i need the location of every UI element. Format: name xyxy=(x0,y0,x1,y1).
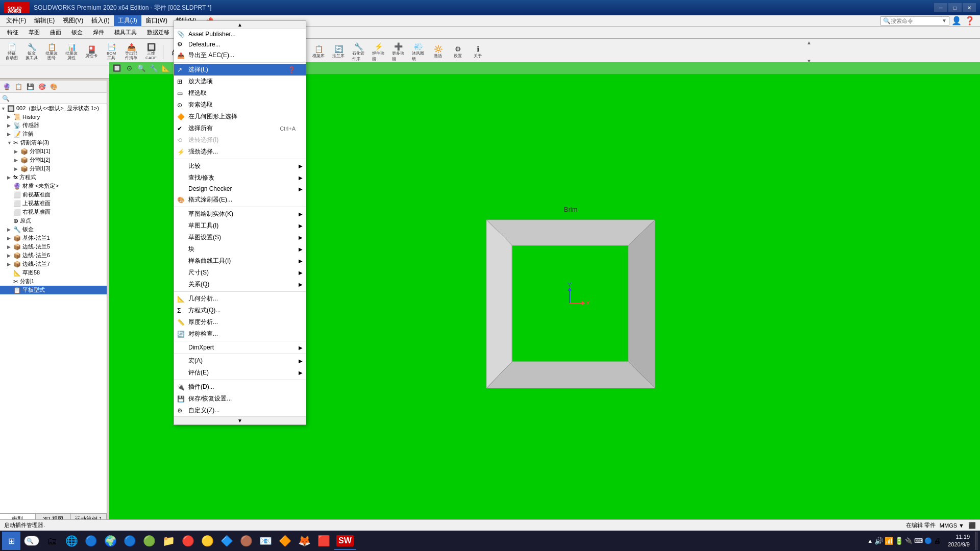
ctx-item-dimxpert[interactable]: DimXpert ▶ xyxy=(174,342,306,353)
taskbar-file-explorer[interactable]: 🗂 xyxy=(43,532,61,550)
tree-item-equation[interactable]: ▶ fx 方程式 xyxy=(0,173,107,182)
icon-3d-view[interactable]: 🔮 xyxy=(1,82,12,92)
taskbar-app3[interactable]: 🔴 xyxy=(179,532,197,550)
icon-save[interactable]: 💾 xyxy=(24,82,36,92)
taskbar-app4[interactable]: 🟡 xyxy=(198,532,216,550)
plugin-btn-7[interactable]: 📤 导出部件清单 xyxy=(121,44,141,60)
maximize-button[interactable]: □ xyxy=(948,3,962,12)
weld-btn[interactable]: ⚡ 焊件功能 xyxy=(369,44,388,60)
ctx-item-format-painter[interactable]: 🎨 格式涂刷器(E)... xyxy=(174,194,306,206)
search-dropdown-icon[interactable]: ▼ xyxy=(942,18,947,23)
about-btn[interactable]: ℹ 关于 xyxy=(468,44,487,60)
user-icon[interactable]: 👤 xyxy=(951,16,962,26)
ctx-item-relation[interactable]: 关系(Q) ▶ xyxy=(174,279,306,290)
wind-tools-btn[interactable]: 💨 沐风图纸 xyxy=(408,44,428,60)
taskbar-app2[interactable]: 🟢 xyxy=(140,532,158,550)
tray-icon-5[interactable]: ⌨ xyxy=(914,537,923,544)
tab-mold[interactable]: 模具工具 xyxy=(109,28,142,37)
more-btn[interactable]: ➕ 更多功能 xyxy=(388,44,408,60)
taskbar-ie[interactable]: 🌍 xyxy=(101,532,119,550)
minimize-button[interactable]: ─ xyxy=(934,3,947,12)
tab-surface[interactable]: 曲面 xyxy=(45,28,66,37)
ctx-item-find-modify[interactable]: 查找/修改 ▶ xyxy=(174,172,306,184)
ctx-item-geom-analysis[interactable]: 📐 几何分析... xyxy=(174,293,306,305)
ctx-item-select[interactable]: ↗ 选择(L) ❓ xyxy=(174,64,306,76)
ctx-item-sketch-entity[interactable]: 草图绘制实体(K) ▶ xyxy=(174,208,306,220)
tray-icon-2[interactable]: 📶 xyxy=(885,537,893,545)
tab-weld[interactable]: 焊件 xyxy=(88,28,109,37)
taskbar-app10[interactable]: 🟥 xyxy=(314,532,333,550)
tree-item-base-flange1[interactable]: ▶ 📦 基体-法兰1 xyxy=(0,234,107,242)
tab-sketch[interactable]: 草图 xyxy=(23,28,45,37)
taskbar-app9[interactable]: 🦊 xyxy=(295,532,313,550)
menu-insert[interactable]: 插入(I) xyxy=(87,15,113,26)
taskbar-app6[interactable]: 🟤 xyxy=(237,532,255,550)
plugin-btn-3[interactable]: 📋 批量改图号 xyxy=(42,44,61,60)
taskbar-app1[interactable]: 🔵 xyxy=(120,532,139,550)
tray-icon-6[interactable]: 🔵 xyxy=(924,537,932,544)
menu-window[interactable]: 窗口(W) xyxy=(141,15,172,26)
tree-item-origin[interactable]: ⊕ 原点 xyxy=(0,216,107,225)
tree-item-split3[interactable]: ▶ 📦 分割1[3] xyxy=(0,164,107,173)
plugin-btn-8[interactable]: 🔲 三维CADF xyxy=(141,44,161,60)
ctx-scroll-down[interactable]: ▼ xyxy=(174,416,306,424)
ctx-item-select-all[interactable]: ✔ 选择所有 Ctrl+A xyxy=(174,122,306,134)
close-button[interactable]: ✕ xyxy=(963,3,976,12)
tree-item-edge-flange7[interactable]: ▶ 📦 边线-法兰7 xyxy=(0,260,107,268)
ctx-item-asset-publisher[interactable]: 📎 Asset Publisher... xyxy=(174,29,306,39)
menu-file[interactable]: 文件(F) xyxy=(2,15,30,26)
tree-item-split2[interactable]: ▶ 📦 分割1[2] xyxy=(0,156,107,164)
tree-item-material[interactable]: 🔮 材质 <未指定> xyxy=(0,182,107,190)
tab-data[interactable]: 数据迁移 xyxy=(142,28,175,37)
template-btn[interactable]: 📋 模架库 xyxy=(309,44,328,60)
vp-icon-3[interactable]: 🔍 xyxy=(136,63,147,73)
plugin-btn-5[interactable]: 🎴 属性卡 xyxy=(82,44,101,60)
ctx-item-sketch-settings[interactable]: 草图设置(S) ▶ xyxy=(174,232,306,243)
tree-item-sensor[interactable]: ▶ 📡 传感器 xyxy=(0,121,107,130)
taskbar-start[interactable]: ⊞ xyxy=(2,532,20,550)
tree-item-split1[interactable]: ▶ 📦 分割1[1] xyxy=(0,147,107,156)
taskbar-app7[interactable]: 📧 xyxy=(256,532,275,550)
ctx-item-sketch-tool[interactable]: 草图工具(I) ▶ xyxy=(174,220,306,232)
laser-btn[interactable]: 🔆 激活 xyxy=(428,44,448,60)
ctx-item-evaluate[interactable]: 评估(E) ▶ xyxy=(174,367,306,379)
menu-view[interactable]: 视图(V) xyxy=(59,15,87,26)
ctx-item-box-select[interactable]: ▭ 框选取 xyxy=(174,87,306,99)
ctx-item-export-aec[interactable]: 📤 导出至 AEC(E)... xyxy=(174,49,306,61)
tree-item-cutlist[interactable]: ▼ ✂ 切割清单(3) xyxy=(0,138,107,147)
tab-sheetmetal[interactable]: 钣金 xyxy=(66,28,88,37)
show-desktop-btn[interactable] xyxy=(975,532,978,550)
toolbar-scroll-up[interactable]: ▲ xyxy=(806,40,812,45)
tree-item-edge-flange6[interactable]: ▶ 📦 边线-法兰6 xyxy=(0,251,107,260)
ctx-item-block[interactable]: 块 ▶ xyxy=(174,243,306,255)
ctx-item-compare[interactable]: 比较 ▶ xyxy=(174,160,306,172)
taskbar-chrome[interactable]: 🔵 xyxy=(82,532,100,550)
tree-item-edge-flange5[interactable]: ▶ 📦 边线-法兰5 xyxy=(0,242,107,251)
ctx-item-save-settings[interactable]: 💾 保存/恢复设置... xyxy=(174,393,306,405)
flange-btn[interactable]: 🔄 法兰库 xyxy=(329,44,348,60)
ctx-item-customize[interactable]: ⚙ 自定义(Z)... xyxy=(174,405,306,416)
tree-item-sketch58[interactable]: 📐 草图58 xyxy=(0,268,107,277)
icon-list[interactable]: 📋 xyxy=(13,82,24,92)
ctx-item-symmetry[interactable]: 🔄 对称检查... xyxy=(174,328,306,340)
menu-edit[interactable]: 编辑(E) xyxy=(30,15,59,26)
plugin-btn-1[interactable]: 📄 特征自动图 xyxy=(2,44,21,60)
ctx-scroll-up[interactable]: ▲ xyxy=(174,21,306,29)
vp-icon-5[interactable]: 📐 xyxy=(160,63,172,73)
ctx-item-geom-select[interactable]: 🔶 在几何图形上选择 xyxy=(174,111,306,122)
tree-item-right-plane[interactable]: ⬜ 右视基准面 xyxy=(0,208,107,216)
help-icon[interactable]: ❓ xyxy=(965,16,975,26)
tray-up-icon[interactable]: ▲ xyxy=(867,538,873,544)
ctx-item-spline-tool[interactable]: 样条曲线工具(I) ▶ xyxy=(174,255,306,267)
taskbar-solidworks[interactable]: SW xyxy=(334,532,356,550)
taskbar-search[interactable]: 🔍 xyxy=(21,532,42,550)
tree-root-item[interactable]: ▼ 🔲 002（默认<<默认>_显示状态 1>) xyxy=(0,104,107,113)
tray-icon-4[interactable]: 🔌 xyxy=(905,537,913,544)
ctx-item-design-checker[interactable]: Design Checker ▶ xyxy=(174,184,306,194)
taskbar-edge[interactable]: 🌐 xyxy=(62,532,81,550)
tree-item-front-plane[interactable]: ⬜ 前视基准面 xyxy=(0,190,107,199)
settings-btn[interactable]: ⚙ 设置 xyxy=(448,44,468,60)
icon-color[interactable]: 🎨 xyxy=(48,82,59,92)
ctx-item-power-select[interactable]: ⚡ 强劲选择... xyxy=(174,146,306,158)
menu-tools[interactable]: 工具(J) xyxy=(114,15,141,26)
